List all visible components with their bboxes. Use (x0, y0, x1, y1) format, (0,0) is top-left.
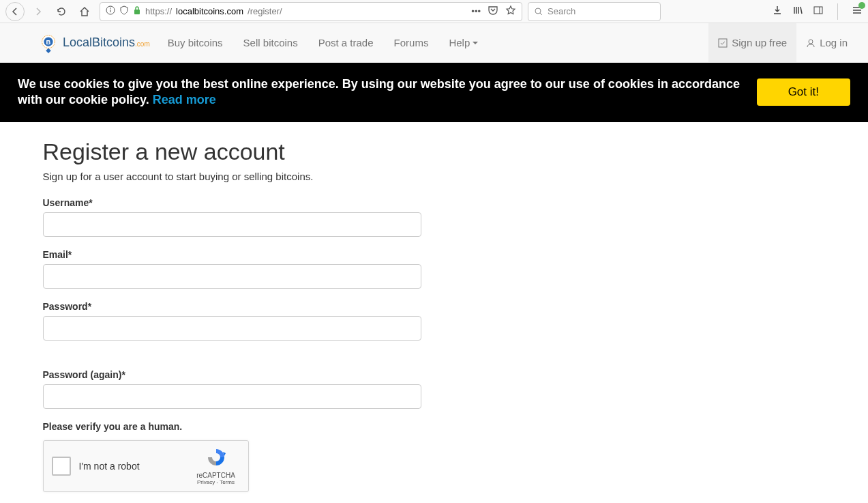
recaptcha-links[interactable]: Privacy - Terms (192, 479, 240, 485)
address-bar-icons: ••• (471, 5, 516, 18)
recaptcha-icon (205, 446, 227, 468)
brand-text: LocalBitcoins.com (63, 35, 150, 50)
download-icon[interactable] (772, 5, 783, 18)
password2-label: Password (again)* (43, 369, 826, 380)
nav-help[interactable]: Help (439, 27, 488, 58)
svg-line-5 (540, 13, 542, 15)
forward-button[interactable] (29, 2, 48, 21)
username-group: Username* (43, 197, 826, 237)
recaptcha-brand: reCAPTCHA (192, 472, 240, 479)
recaptcha-logo-area: reCAPTCHA Privacy - Terms (192, 446, 240, 485)
nav-links: Buy bitcoins Sell bitcoins Post a trade … (158, 27, 488, 58)
back-button[interactable] (5, 2, 25, 21)
password2-input[interactable] (43, 384, 421, 409)
more-icon[interactable]: ••• (471, 6, 481, 16)
recaptcha-text: I'm not a robot (79, 461, 192, 472)
svg-point-4 (535, 8, 541, 14)
email-input[interactable] (43, 264, 421, 289)
svg-rect-10 (814, 7, 822, 14)
search-bar[interactable]: Search (528, 2, 661, 21)
login-button[interactable]: Log in (796, 23, 857, 62)
password-input[interactable] (43, 316, 421, 341)
login-label: Log in (820, 37, 848, 48)
page-title: Register a new account (43, 139, 826, 165)
cookie-message: We use cookies to give you the best onli… (18, 77, 740, 106)
shield-icon (119, 5, 129, 17)
user-icon (806, 38, 815, 48)
cookie-accept-button[interactable]: Got it! (757, 78, 850, 106)
url-path: /register/ (248, 6, 282, 16)
signup-label: Sign up free (732, 37, 787, 48)
username-input[interactable] (43, 212, 421, 237)
username-label: Username* (43, 197, 826, 208)
brand-logo[interactable]: B LocalBitcoins.com (38, 33, 150, 53)
nav-right: Sign up free Log in (708, 23, 857, 62)
password-label: Password* (43, 301, 826, 312)
recaptcha: I'm not a robot reCAPTCHA Privacy - Term… (43, 440, 249, 492)
menu-icon[interactable] (852, 5, 863, 18)
url-domain: localbitcoins.com (176, 6, 243, 16)
svg-text:B: B (46, 38, 51, 45)
password-group: Password* (43, 301, 826, 341)
main-content: Register a new account Sign up for a use… (32, 122, 837, 503)
pocket-icon[interactable] (488, 5, 498, 18)
nav-buy-bitcoins[interactable]: Buy bitcoins (158, 27, 233, 58)
nav-forums[interactable]: Forums (385, 27, 438, 58)
svg-rect-18 (719, 39, 727, 47)
info-icon (106, 5, 115, 17)
cookie-read-more-link[interactable]: Read more (153, 93, 216, 106)
bitcoin-icon: B (38, 33, 59, 53)
page-subtitle: Sign up for a user account to start buyi… (43, 171, 826, 182)
password2-group: Password (again)* (43, 369, 826, 409)
recaptcha-checkbox[interactable] (52, 457, 71, 476)
signup-button[interactable]: Sign up free (708, 23, 796, 62)
address-bar[interactable]: https://localbitcoins.com/register/ ••• (100, 2, 522, 21)
browser-chrome: https://localbitcoins.com/register/ ••• … (0, 0, 868, 23)
bookmark-icon[interactable] (505, 5, 516, 18)
nav-post-trade[interactable]: Post a trade (309, 27, 383, 58)
svg-point-2 (110, 8, 111, 9)
notification-dot (858, 2, 865, 9)
lock-icon (133, 5, 141, 17)
email-label: Email* (43, 249, 826, 260)
cookie-banner: We use cookies to give you the best onli… (0, 63, 868, 122)
svg-point-19 (809, 40, 813, 44)
cookie-text: We use cookies to give you the best onli… (18, 76, 743, 109)
svg-rect-3 (134, 10, 140, 14)
reload-button[interactable] (52, 2, 71, 21)
nav-help-label: Help (449, 37, 470, 48)
sidebar-icon[interactable] (813, 5, 824, 18)
home-button[interactable] (75, 2, 94, 21)
chevron-down-icon (473, 42, 478, 44)
nav-buttons (5, 2, 94, 21)
email-group: Email* (43, 249, 826, 289)
verify-label: Please verify you are a human. (43, 421, 826, 432)
nav-sell-bitcoins[interactable]: Sell bitcoins (234, 27, 308, 58)
site-nav: B LocalBitcoins.com Buy bitcoins Sell bi… (0, 23, 868, 63)
library-icon[interactable] (792, 5, 803, 18)
chrome-tools (772, 3, 863, 20)
search-icon (534, 7, 543, 16)
check-square-icon (718, 38, 728, 48)
svg-line-9 (800, 7, 802, 14)
url-protocol: https:// (145, 6, 172, 16)
search-placeholder: Search (548, 6, 575, 16)
